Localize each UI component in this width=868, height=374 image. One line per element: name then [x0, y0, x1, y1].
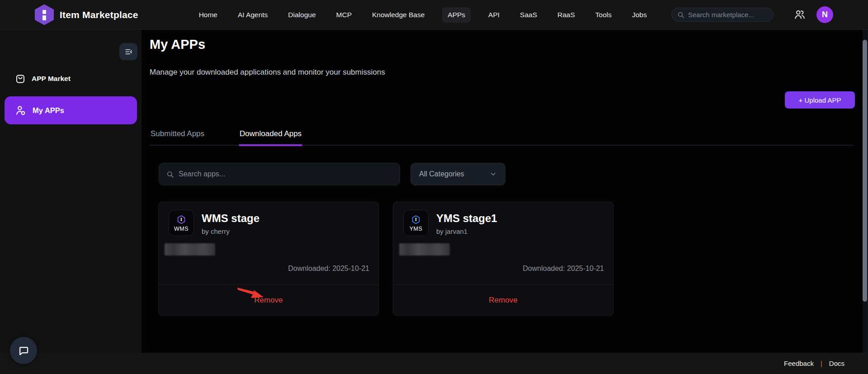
sidebar-item-label: My APPs	[33, 106, 64, 115]
redacted-text-block	[165, 243, 215, 256]
apps-search-box[interactable]	[159, 163, 400, 185]
downloaded-date: Downloaded: 2025-10-21	[523, 265, 604, 273]
active-tab-underline	[239, 144, 302, 146]
user-cube-icon	[15, 104, 27, 116]
main-nav-menu: Home AI Agents Dialogue MCP Knowledge Ba…	[196, 7, 650, 23]
search-icon	[166, 170, 174, 178]
nav-item-dialogue[interactable]: Dialogue	[285, 7, 318, 23]
filter-row: All Categories	[159, 163, 505, 185]
app-logo-wms: WMS	[169, 210, 194, 236]
app-card-wms-stage: WMS WMS stage by cherry Downloaded: 2025…	[158, 202, 379, 316]
marketplace-search-input[interactable]	[688, 11, 765, 19]
app-author: by cherry	[202, 227, 259, 235]
app-logo-yms: YMS	[403, 210, 429, 236]
tab-submitted-apps[interactable]: Submitted Apps	[150, 125, 205, 145]
nav-item-ai-agents[interactable]: AI Agents	[235, 7, 270, 23]
marketplace-search-box[interactable]	[671, 8, 774, 22]
chevron-down-icon	[490, 170, 497, 178]
app-badge: WMS	[174, 226, 189, 232]
sidebar-item-app-market[interactable]: APP Market	[15, 73, 71, 84]
remove-app-link[interactable]: Remove	[489, 296, 517, 305]
brand-name: Item Marketplace	[60, 9, 138, 20]
category-selected-value: All Categories	[419, 170, 464, 178]
page-subtitle: Manage your downloaded applications and …	[150, 68, 385, 77]
collapse-sidebar-icon	[124, 47, 133, 56]
hexagon-cube-icon	[410, 214, 421, 225]
nav-item-raas[interactable]: RaaS	[555, 7, 578, 23]
main-content: My APPs Manage your downloaded applicati…	[142, 30, 863, 353]
users-icon[interactable]	[794, 9, 807, 21]
sidebar-collapse-button[interactable]	[119, 43, 137, 60]
apps-search-input[interactable]	[179, 170, 387, 178]
page-title: My APPs	[150, 37, 205, 52]
downloaded-date: Downloaded: 2025-10-21	[288, 265, 369, 273]
downloaded-apps-grid: WMS WMS stage by cherry Downloaded: 2025…	[158, 202, 613, 316]
docs-link[interactable]: Docs	[829, 360, 844, 367]
apps-tabs: Submitted Apps Downloaded Apps	[150, 125, 854, 146]
upload-app-button[interactable]: + Upload APP	[785, 91, 855, 109]
nav-item-home[interactable]: Home	[196, 7, 220, 23]
top-navigation-bar: Item Marketplace Home AI Agents Dialogue…	[0, 0, 868, 30]
app-badge: YMS	[410, 226, 423, 232]
nav-item-api[interactable]: API	[486, 7, 502, 23]
chat-button[interactable]	[10, 337, 37, 364]
page-footer: Feedback | Docs	[0, 353, 868, 374]
user-avatar[interactable]: N	[816, 6, 833, 23]
remove-app-link[interactable]: Remove	[254, 296, 283, 305]
footer-divider: |	[821, 360, 822, 367]
nav-item-mcp[interactable]: MCP	[334, 7, 354, 23]
nav-item-jobs[interactable]: Jobs	[629, 7, 650, 23]
app-author: by jarvan1	[436, 227, 497, 235]
card-footer: Remove	[159, 284, 378, 315]
app-title: WMS stage	[202, 212, 259, 225]
nav-item-saas[interactable]: SaaS	[517, 7, 540, 23]
shopping-bag-icon	[15, 73, 26, 84]
tab-downloaded-apps[interactable]: Downloaded Apps	[239, 125, 302, 145]
redacted-text-block	[399, 243, 450, 256]
category-dropdown[interactable]: All Categories	[410, 163, 505, 185]
app-title: YMS stage1	[436, 212, 497, 225]
hexagon-cube-icon	[176, 214, 187, 225]
sidebar: APP Market My APPs	[0, 30, 142, 353]
app-card-yms-stage1: YMS YMS stage1 by jarvan1 Downloaded: 20…	[393, 202, 613, 316]
sidebar-item-my-apps[interactable]: My APPs	[5, 96, 137, 124]
nav-item-knowledge-base[interactable]: Knowledge Base	[369, 7, 427, 23]
brand-logo-icon	[35, 5, 54, 25]
card-footer: Remove	[393, 284, 613, 315]
nav-item-tools[interactable]: Tools	[593, 7, 614, 23]
speech-bubble-icon	[18, 345, 30, 357]
scrollbar-thumb[interactable]	[863, 40, 867, 302]
search-icon	[677, 11, 684, 19]
sidebar-item-label: APP Market	[32, 75, 71, 83]
tab-label: Submitted Apps	[151, 129, 204, 138]
nav-item-apps[interactable]: APPs	[442, 7, 471, 23]
feedback-link[interactable]: Feedback	[784, 360, 814, 367]
tab-label: Downloaded Apps	[240, 129, 302, 138]
